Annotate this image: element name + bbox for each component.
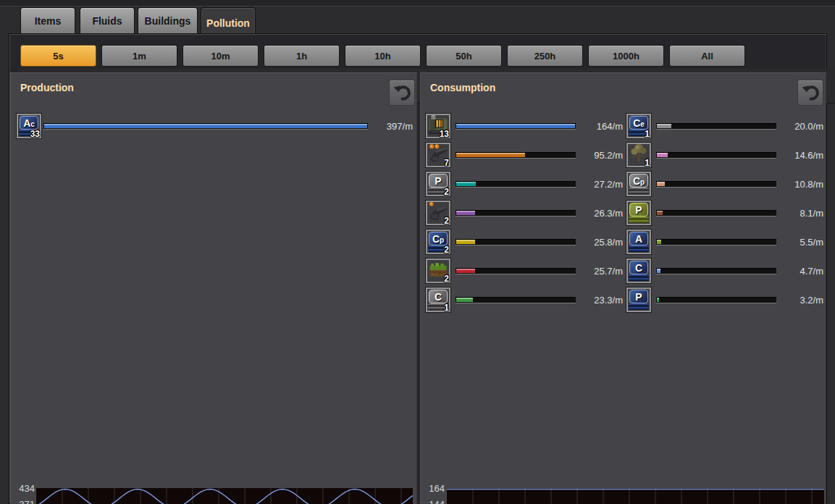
- time-button-250h[interactable]: 250h: [507, 45, 583, 67]
- chart-y-axis-label: 371: [12, 499, 35, 504]
- rate-value: 397/m: [387, 121, 413, 132]
- entity-icon-slot[interactable]: P: [626, 200, 652, 226]
- rate-bar: [656, 181, 776, 187]
- time-button-10h[interactable]: 10h: [345, 45, 421, 67]
- rate-value: 20.0/m: [794, 121, 823, 132]
- time-button-5s[interactable]: 5s: [20, 45, 96, 67]
- tab-fluids[interactable]: Fluids: [80, 7, 135, 33]
- rate-value: 8.1/m: [800, 208, 823, 219]
- entity-icon-slot[interactable]: Cp: [626, 171, 652, 197]
- time-button-10m[interactable]: 10m: [182, 45, 259, 67]
- rate-bar: [656, 268, 776, 274]
- entity-icon-slot[interactable]: C: [626, 258, 652, 284]
- rate-bar: [656, 239, 776, 245]
- production-panel: Production Ac33397/m 434371: [10, 72, 417, 504]
- entity-icon-slot[interactable]: A: [626, 229, 652, 255]
- time-button-1m[interactable]: 1m: [101, 45, 177, 67]
- pollution-row: 114.6/m: [420, 142, 826, 168]
- rate-value: 4.7/m: [800, 266, 823, 277]
- rate-bar-fill: [44, 124, 367, 128]
- rate-bar: [43, 123, 368, 129]
- rate-bar-fill: [657, 298, 659, 302]
- rate-bar-fill: [657, 182, 665, 186]
- entity-icon-slot[interactable]: P: [626, 287, 652, 313]
- rate-bar: [656, 152, 776, 158]
- consumption-panel: Consumption 13164/m795.2/mP227.2/m226.3/…: [420, 72, 826, 504]
- production-refresh-button[interactable]: [389, 80, 415, 106]
- rate-bar-fill: [657, 211, 663, 215]
- letter-key-icon-p: P: [629, 203, 649, 223]
- pollution-row: Ac33397/m: [10, 113, 417, 139]
- letter-key-icon-c: C: [629, 261, 649, 281]
- pollution-row: A5.5/m: [420, 229, 826, 255]
- letter-key-icon-p: P: [629, 290, 649, 310]
- rate-value: 10.8/m: [794, 179, 823, 190]
- rate-bar-fill: [657, 153, 668, 157]
- rate-bar-fill: [657, 269, 660, 273]
- time-button-1h[interactable]: 1h: [264, 45, 340, 67]
- pollution-row: P8.1/m: [420, 200, 826, 226]
- refresh-arrow-icon: [798, 81, 823, 104]
- tab-items[interactable]: Items: [20, 7, 75, 33]
- rate-bar: [656, 210, 776, 216]
- entity-count-badge: 1: [645, 129, 650, 139]
- pollution-history-chart: [447, 488, 824, 504]
- chart-y-axis-label: 164: [421, 483, 445, 494]
- consumption-refresh-button[interactable]: [797, 80, 823, 106]
- refresh-arrow-icon: [390, 81, 414, 104]
- letter-key-icon-a: A: [629, 232, 649, 252]
- production-panel-title: Production: [20, 82, 74, 93]
- chart-y-axis-label: 434: [12, 483, 35, 494]
- letter-key-icon-cp: Cp: [629, 174, 649, 194]
- pollution-row: C4.7/m: [420, 258, 826, 284]
- entity-icon-slot[interactable]: 1: [626, 142, 652, 168]
- entity-count-badge: 33: [30, 129, 40, 139]
- pollution-history-chart: [36, 488, 413, 504]
- consumption-panel-title: Consumption: [430, 82, 495, 93]
- entity-count-badge: 1: [645, 158, 650, 168]
- rate-value: 5.5/m: [800, 237, 823, 248]
- window-top-edge: [0, 0, 835, 7]
- rate-bar-fill: [657, 240, 661, 244]
- rate-bar-fill: [657, 124, 671, 128]
- pollution-row: Ce120.0/m: [420, 113, 826, 139]
- entity-icon-slot[interactable]: Ce1: [626, 113, 652, 139]
- time-button-all[interactable]: All: [669, 45, 745, 67]
- chart-y-axis-label: 144: [421, 499, 445, 504]
- pollution-row: Cp10.8/m: [420, 171, 826, 197]
- tab-buildings[interactable]: Buildings: [138, 7, 198, 33]
- time-button-1000h[interactable]: 1000h: [588, 45, 664, 67]
- time-button-50h[interactable]: 50h: [426, 45, 502, 67]
- rate-bar: [656, 297, 776, 303]
- rate-value: 14.6/m: [794, 150, 823, 161]
- entity-icon-slot[interactable]: Ac33: [16, 113, 42, 139]
- pollution-row: P3.2/m: [420, 287, 826, 313]
- rate-value: 3.2/m: [800, 295, 823, 306]
- rate-bar: [656, 123, 776, 129]
